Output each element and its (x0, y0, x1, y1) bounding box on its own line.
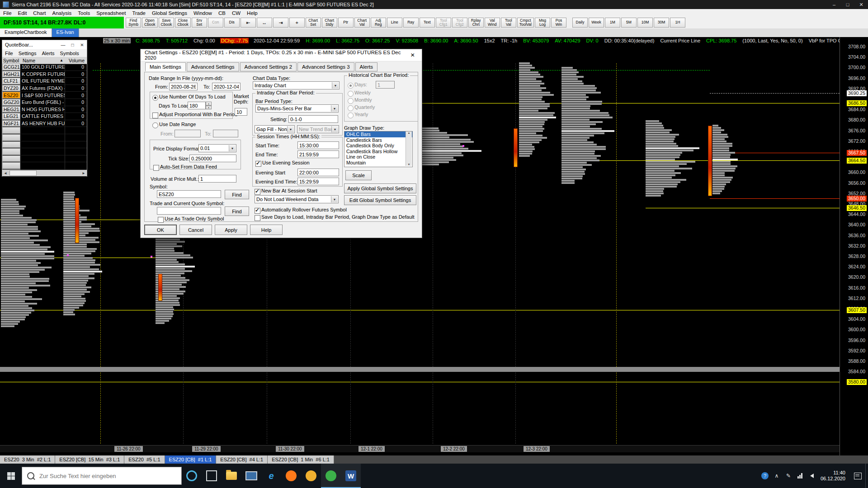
window-maximize-button[interactable]: □ (841, 0, 854, 9)
price-display-format-select[interactable]: 0.01 (198, 144, 236, 152)
toolbar-pointer-button[interactable]: Ptr (338, 18, 354, 28)
toolbar-daily-button[interactable]: Daily (572, 18, 588, 28)
quoteboard-symbol-cell[interactable]: LEG21 (2, 113, 20, 120)
scroll-right-icon[interactable]: ► (80, 171, 87, 175)
help-button[interactable]: Help (250, 225, 283, 235)
dialog-tab-alerts[interactable]: Alerts (355, 62, 377, 71)
menu-item-global-settings[interactable]: Global Settings (149, 10, 190, 16)
adjust-proportional-checkbox[interactable] (152, 113, 158, 118)
quoteboard-menu-symbols[interactable]: Symbols (57, 51, 82, 56)
toolbar-chart-settings-button[interactable]: Chart Set (306, 18, 321, 28)
ok-button[interactable]: OK (144, 225, 177, 235)
toolbar-30min-button[interactable]: 30M (654, 18, 669, 28)
quoteboard-symbol-cell[interactable]: CLF21 (2, 78, 20, 84)
chart-data-type-select[interactable]: Intraday Chart (253, 81, 340, 89)
scroll-left-icon[interactable]: ◄ (2, 171, 9, 175)
use-date-range-radio[interactable] (152, 122, 158, 128)
quarterly-radio[interactable] (348, 105, 354, 111)
quoteboard-horizontal-scrollbar[interactable]: ◄ ► (2, 170, 87, 176)
quoteboard-symbol-cell[interactable]: DYZ20 (2, 85, 20, 92)
apply-global-symbol-settings-button[interactable]: Apply Global Symbol Settings (344, 183, 416, 193)
menu-item-spreadsheet[interactable]: Spreadsheet (93, 10, 129, 16)
word-icon[interactable]: W (341, 464, 361, 488)
menu-item-edit[interactable]: Edit (15, 10, 30, 16)
quoteboard-header-name[interactable]: Name (21, 58, 60, 63)
pen-icon[interactable]: ✎ (783, 464, 794, 488)
save-defaults-checkbox[interactable] (255, 215, 260, 221)
cortana-icon[interactable] (182, 464, 202, 488)
sort-ascending-icon[interactable]: ▲ (60, 58, 65, 62)
start-button[interactable] (0, 464, 22, 488)
taskbar-clock[interactable]: 11:40 06.12.2020 (818, 470, 850, 482)
symbol-field[interactable] (157, 190, 221, 198)
graph-draw-type-scrollbar[interactable]: ▲ ▼ (406, 131, 412, 166)
auto-rollover-checkbox[interactable] (255, 208, 260, 214)
chartbook-tab-es-ivan[interactable]: ES-Ivan (52, 28, 79, 37)
menu-item-help[interactable]: Help (244, 10, 261, 16)
days-field[interactable] (376, 81, 395, 89)
toolbar-close-chartbook-button[interactable]: Close Cbook (175, 18, 191, 28)
quoteboard-close-button[interactable]: ✕ (77, 42, 87, 47)
menu-item-trade[interactable]: Trade (129, 10, 149, 16)
task-view-icon[interactable] (202, 464, 222, 488)
tick-size-field[interactable] (189, 155, 236, 162)
quoteboard-header-symbol[interactable]: Symbol (2, 58, 21, 63)
menu-item-tools[interactable]: Tools (75, 10, 93, 16)
days-radio[interactable] (348, 83, 354, 89)
graph-draw-type-listbox[interactable]: OHLC BarsCandlestick BarsCandlestick Bod… (344, 131, 413, 167)
toolbar-crosshair-icon[interactable]: + (289, 18, 305, 28)
menu-item-analysis[interactable]: Analysis (49, 10, 75, 16)
chart-tab-esz20-3-min-2-l-1[interactable]: ESZ20 3 Min #2 L:1 (0, 455, 55, 464)
end-time-field[interactable] (297, 150, 339, 158)
quoteboard-minimize-button[interactable]: — (58, 42, 68, 47)
quoteboard-row[interactable]: NGF21AS HENRY HUB FUTURE N0 (2, 120, 87, 127)
dialog-tab-advanced-settings-2[interactable]: Advanced Settings 2 (240, 62, 297, 71)
quoteboard-row[interactable]: HGH21K COPPER FUTURES HG M0 (2, 71, 87, 78)
chevron-up-icon[interactable]: ∧ (771, 464, 783, 488)
graph-draw-type-option-mountain[interactable]: Mountain (344, 160, 412, 166)
scale-button[interactable]: Scale (345, 170, 372, 180)
quoteboard-row[interactable]: HEG21N HOG FUTURES HE Feb 20 (2, 106, 87, 113)
toolbar-position-window-button[interactable]: Pos Win (551, 18, 566, 28)
volume-mult-field[interactable] (198, 175, 236, 183)
monthly-radio[interactable] (348, 98, 354, 104)
toolbar-chart-values-button[interactable]: Chart Val (354, 18, 370, 28)
days-to-load-stepper[interactable]: ▴ ▾ (206, 102, 212, 109)
show-desktop-button[interactable] (865, 464, 868, 488)
quoteboard-symbol-cell[interactable]: GGZ20 (2, 99, 20, 106)
toolbar-chart-studies-button[interactable]: Chart Stdy (322, 18, 337, 28)
graph-draw-type-option-candlestick-bars[interactable]: Candlestick Bars (344, 137, 412, 143)
toolbar-find-symbol-button[interactable]: Find Symb (126, 18, 141, 28)
use-number-of-days-radio[interactable] (152, 95, 158, 101)
toolbar-5min-button[interactable]: 5M (621, 18, 637, 28)
toolbar-values-window-button[interactable]: Val Wind (485, 18, 500, 28)
apply-button[interactable]: Apply (215, 225, 247, 235)
toolbar-10min-button[interactable]: 10M (637, 18, 653, 28)
toolbar-tool-config2-button[interactable]: Tool Cfg2 (452, 18, 467, 28)
internet-explorer-icon[interactable]: e (261, 464, 281, 488)
toolbar-replay-chart-button[interactable]: Rplay Chrt (468, 18, 484, 28)
weekend-data-select[interactable]: Do Not Load Weekend Data (255, 195, 339, 203)
auto-set-checkbox[interactable] (153, 165, 159, 171)
app-icon-orange[interactable] (301, 464, 321, 488)
symbol-find-button[interactable]: Find (225, 190, 249, 199)
quoteboard-window[interactable]: QuoteBoar... — □ ✕ FileSettingsAlertsSym… (2, 40, 87, 177)
use-trade-only-checkbox[interactable] (158, 217, 164, 223)
range-from-field[interactable] (175, 130, 201, 137)
search-input[interactable] (38, 472, 181, 480)
window-minimize-button[interactable]: – (827, 0, 841, 9)
quoteboard-row[interactable]: CLF21OIL FUTURE NYMEX CL Ja0 (2, 78, 87, 85)
dialog-tab-advanced-settings-3[interactable]: Advanced Settings 3 (297, 62, 354, 71)
price-scale[interactable]: 3708.003704.003700.003696.003692.003690.… (840, 37, 868, 455)
trade-symbol-field[interactable] (157, 207, 221, 215)
menu-item-cb[interactable]: CB (215, 10, 229, 16)
quoteboard-row[interactable]: GCG21100 GOLD FUTURES GC F0 (2, 64, 87, 71)
scroll-down-icon[interactable]: ▼ (406, 163, 412, 166)
remote-desktop-icon[interactable] (241, 464, 261, 488)
gap-fill-select[interactable]: Gap Fill - None (255, 125, 295, 133)
new-trend-bar-select[interactable]: New Trend Bar V (297, 125, 339, 133)
chart-tab-esz20-5-l-1[interactable]: ESZ20 #5 L:1 (124, 455, 165, 464)
quoteboard-symbol-cell[interactable]: NGF21 (2, 120, 20, 127)
quoteboard-row[interactable]: DYZ20AX Futures (FDAX) - EURE0 (2, 85, 87, 92)
toolbar-1min-button[interactable]: 1M (605, 18, 620, 28)
